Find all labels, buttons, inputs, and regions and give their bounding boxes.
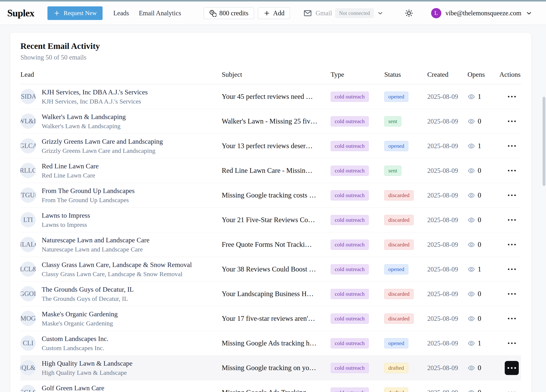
table-row[interactable]: KSIDAS KJH Services, Inc DBA A.J.'s Serv… bbox=[20, 84, 521, 109]
subject-cell: Your 13 perfect reviews deser… bbox=[222, 142, 331, 150]
table-row[interactable]: FTGUL From The Ground Up Landscapes From… bbox=[20, 183, 521, 208]
type-badge: cold outreach bbox=[331, 141, 369, 151]
column-header-subject: Subject bbox=[222, 70, 331, 78]
lead-name: Golf Green Lawn Care bbox=[42, 384, 104, 392]
type-badge: cold outreach bbox=[331, 363, 369, 373]
opens-count: 1 bbox=[478, 339, 481, 347]
lead-subname: The Grounds Guys of Decatur, IL bbox=[42, 295, 134, 303]
credits-label: 800 credits bbox=[219, 9, 248, 17]
table-row[interactable]: RLLC Red Line Lawn Care Red Line Lawn Ca… bbox=[20, 158, 521, 183]
chevron-down-icon[interactable] bbox=[377, 10, 384, 16]
table-row[interactable]: LTI Lawns to Impress Lawns to Impress Yo… bbox=[20, 208, 521, 232]
row-actions-button[interactable] bbox=[507, 116, 517, 126]
sun-icon bbox=[405, 9, 413, 17]
opens-count: 1 bbox=[478, 265, 481, 273]
vertical-scrollbar-thumb[interactable] bbox=[543, 97, 545, 186]
type-badge: cold outreach bbox=[331, 116, 369, 126]
type-badge: cold outreach bbox=[331, 264, 369, 274]
status-badge: discarded bbox=[384, 314, 414, 324]
opens-count: 0 bbox=[478, 191, 481, 199]
subject-cell: Your 21 Five-Star Reviews Co… bbox=[222, 216, 331, 224]
row-actions-button[interactable] bbox=[507, 264, 517, 274]
row-actions-button[interactable] bbox=[507, 215, 517, 225]
table-row[interactable]: CLI Custom Landscapes Inc. Custom Landsc… bbox=[20, 331, 521, 356]
lead-cell: NLALC Naturescape Lawn and Landscape Car… bbox=[20, 236, 222, 253]
nav-leads[interactable]: Leads bbox=[113, 9, 129, 17]
lead-cell: MOG Maske's Organic Gardening Maske's Or… bbox=[20, 310, 222, 327]
credits-chip[interactable]: 800 credits bbox=[204, 7, 254, 19]
lead-cell: CLI Custom Landscapes Inc. Custom Landsc… bbox=[20, 335, 222, 352]
table-header-row: LeadSubjectTypeStatusCreatedOpensActions bbox=[20, 70, 521, 84]
subject-cell: Your 45 perfect reviews need … bbox=[222, 93, 331, 101]
gmail-status-badge: Not connected bbox=[335, 8, 373, 18]
envelope-icon bbox=[303, 9, 312, 18]
created-date: 2025-08-09 bbox=[427, 118, 468, 125]
table-row[interactable]: WL&L Walker's Lawn & Landscaping Walker'… bbox=[20, 109, 521, 134]
lead-name: Classy Grass Lawn Care, Landscape & Snow… bbox=[42, 261, 192, 269]
row-actions-button[interactable] bbox=[507, 190, 517, 200]
status-badge: discarded bbox=[384, 215, 414, 225]
lead-name: High Quality Lawn & Landscape bbox=[42, 359, 133, 367]
row-actions-button[interactable] bbox=[507, 166, 517, 176]
table-row[interactable]: CGLCL&SR Classy Grass Lawn Care, Landsca… bbox=[20, 257, 521, 282]
row-actions-button[interactable] bbox=[507, 240, 517, 250]
table-row[interactable]: GGLCAL Grizzly Greens Lawn Care and Land… bbox=[20, 134, 521, 158]
opens-cell: 0 bbox=[468, 364, 499, 372]
column-header-opens: Opens bbox=[468, 70, 499, 78]
account-email: vibe@thelemonsqueeze.com bbox=[446, 9, 521, 17]
request-new-button[interactable]: Request New bbox=[47, 6, 103, 20]
table-row[interactable]: HQL&L High Quality Lawn & Landscape High… bbox=[20, 356, 521, 380]
opens-count: 0 bbox=[478, 389, 481, 392]
row-actions-button[interactable] bbox=[507, 141, 517, 151]
row-actions-button[interactable] bbox=[507, 387, 517, 392]
lead-cell: RLLC Red Line Lawn Care Red Line Lawn Ca… bbox=[20, 162, 222, 179]
lead-subname: Maske's Organic Gardening bbox=[42, 320, 118, 327]
created-date: 2025-08-09 bbox=[427, 266, 468, 273]
type-badge: cold outreach bbox=[331, 190, 369, 201]
lead-name: Lawns to Impress bbox=[42, 211, 90, 219]
account-menu[interactable]: L vibe@thelemonsqueeze.com bbox=[431, 8, 533, 18]
lead-cell: LTI Lawns to Impress Lawns to Impress bbox=[20, 211, 222, 228]
row-actions-button[interactable] bbox=[507, 338, 517, 348]
subject-cell: Your 17 five-star reviews aren'… bbox=[222, 315, 331, 322]
opens-count: 0 bbox=[478, 167, 481, 175]
lead-name: Walker's Lawn & Landscaping bbox=[42, 113, 126, 121]
row-actions-button[interactable] bbox=[507, 289, 517, 299]
table-row[interactable]: TGGODI The Grounds Guys of Decatur, IL T… bbox=[20, 282, 521, 306]
eye-icon bbox=[468, 216, 475, 224]
gmail-label: Gmail bbox=[316, 9, 332, 17]
created-date: 2025-08-09 bbox=[427, 315, 468, 322]
gmail-connection[interactable]: Gmail Not connected bbox=[303, 8, 384, 18]
app-header: Suplex Request New Leads Email Analytics… bbox=[0, 1, 546, 25]
row-actions-button[interactable] bbox=[507, 314, 517, 323]
eye-icon bbox=[468, 191, 475, 199]
created-date: 2025-08-09 bbox=[427, 290, 468, 298]
opens-cell: 0 bbox=[468, 191, 499, 199]
type-badge: cold outreach bbox=[331, 92, 369, 102]
lead-subname: Naturescape Lawn and Landscape Care bbox=[42, 246, 149, 253]
actions-cell bbox=[499, 289, 524, 299]
lead-subname: High Quality Lawn & Landscape bbox=[42, 369, 133, 376]
column-header-status: Status bbox=[384, 70, 427, 78]
row-actions-button[interactable] bbox=[507, 367, 516, 369]
add-credits-button[interactable]: Add bbox=[258, 7, 290, 19]
actions-cell bbox=[499, 361, 524, 375]
subject-cell: Free Quote Forms Not Tracki… bbox=[222, 241, 331, 248]
opens-cell: 1 bbox=[468, 265, 499, 273]
table-row[interactable]: MOG Maske's Organic Gardening Maske's Or… bbox=[20, 306, 521, 331]
nav-email-analytics[interactable]: Email Analytics bbox=[139, 9, 181, 17]
subject-cell: Missing Google Ads Tracking… bbox=[222, 389, 331, 392]
row-actions-button-active[interactable] bbox=[505, 361, 519, 375]
row-actions-button[interactable] bbox=[507, 92, 517, 102]
theme-toggle-button[interactable] bbox=[405, 9, 413, 17]
created-date: 2025-08-09 bbox=[427, 389, 468, 392]
type-badge: cold outreach bbox=[331, 240, 369, 250]
lead-avatar: FTGUL bbox=[20, 188, 36, 203]
table-row[interactable]: GGLC Golf Green Lawn Care Golf Green Law… bbox=[20, 380, 521, 392]
lead-name: From The Ground Up Landscapes bbox=[42, 187, 135, 195]
lead-avatar: CGLCL&SR bbox=[20, 261, 36, 277]
eye-icon bbox=[468, 167, 475, 175]
status-badge: sent bbox=[384, 166, 401, 176]
table-row[interactable]: NLALC Naturescape Lawn and Landscape Car… bbox=[20, 232, 521, 257]
type-badge: cold outreach bbox=[331, 215, 369, 225]
